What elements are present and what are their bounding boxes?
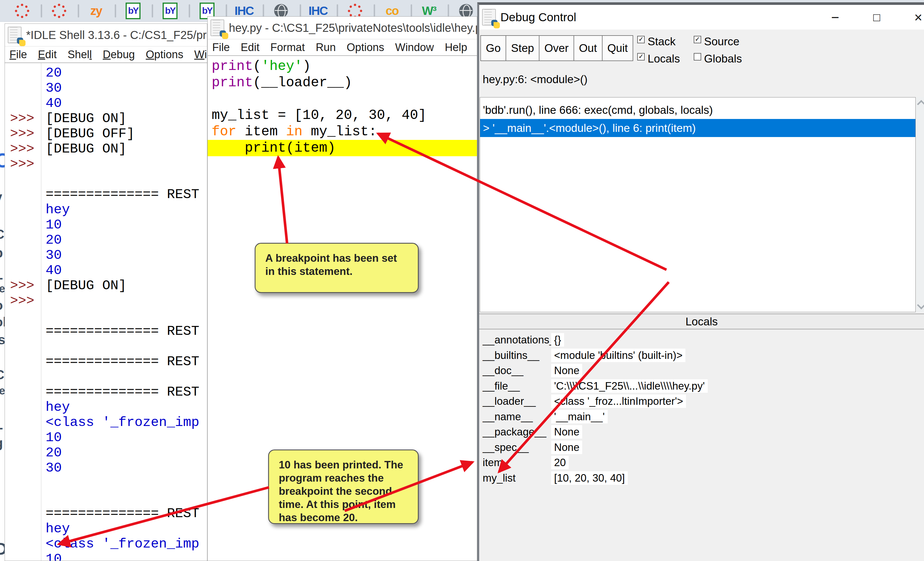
maximize-icon[interactable]: □ xyxy=(864,5,890,30)
shell-line xyxy=(5,308,207,324)
variable-name: my_list xyxy=(483,470,516,486)
background-text-fragment: 's xyxy=(0,332,5,347)
shell-line-text: 10 xyxy=(41,217,62,232)
close-icon[interactable]: × xyxy=(905,5,924,30)
editor-text-area[interactable]: print('hey')print(__loader__)my_list = [… xyxy=(208,56,477,156)
shell-line-text: hey xyxy=(41,521,70,536)
variable-name: __spec__ xyxy=(483,440,528,455)
shell-prompt xyxy=(5,172,41,187)
variable-value[interactable]: 20 xyxy=(551,456,568,469)
stack-frame-row[interactable]: > '__main__'.<module>(), line 6: print(i… xyxy=(480,119,915,137)
debug-control-window: Debug Control −□× GoStepOverOutQuit ✓Sta… xyxy=(477,2,924,561)
shell-line-text: [DEBUG OFF] xyxy=(41,126,135,141)
shell-prompt xyxy=(5,384,41,399)
browser-tab[interactable]: bY xyxy=(153,0,190,22)
menu-item-window[interactable]: Window xyxy=(194,48,207,61)
shell-line-text: [DEBUG ON] xyxy=(41,141,126,157)
stack-scrollbar[interactable] xyxy=(916,97,924,312)
menu-item-run[interactable]: Run xyxy=(316,41,336,54)
background-text-fragment: ol xyxy=(0,314,5,330)
shell-text-area[interactable]: 203040>>>[DEBUG ON]>>>[DEBUG OFF]>>>[DEB… xyxy=(5,63,207,561)
code-token: ( xyxy=(253,58,261,74)
shell-prompt xyxy=(5,354,41,369)
code-line: print('hey') xyxy=(208,58,477,75)
checkbox-source[interactable]: ✓Source xyxy=(694,35,742,48)
menu-item-edit[interactable]: Edit xyxy=(241,41,259,54)
menu-item-edit[interactable]: Edit xyxy=(38,48,57,61)
shell-prompt: >>> xyxy=(5,111,41,126)
menu-item-window[interactable]: Window xyxy=(395,41,434,54)
shell-prompt xyxy=(5,187,41,202)
browser-tab[interactable]: bY xyxy=(116,0,153,22)
menu-item-options[interactable]: Options xyxy=(146,48,183,61)
menu-item-file[interactable]: File xyxy=(212,41,230,54)
checkbox-locals[interactable]: ✓Locals xyxy=(637,52,680,65)
shell-line-text: ============== REST xyxy=(41,324,199,339)
quit-button[interactable]: Quit xyxy=(602,35,633,61)
editor-titlebar[interactable]: hey.py - C:\CS1_F25\privateNotes\tools\i… xyxy=(208,16,477,39)
menu-item-help[interactable]: Help xyxy=(445,41,467,54)
background-text-fragment: D xyxy=(0,539,5,559)
variable-value[interactable]: 'C:\\\\CS1_F25\\...\\idle\\\\hey.py' xyxy=(551,379,708,393)
shell-line: ============== REST xyxy=(5,506,207,521)
stack-viewer[interactable]: 'bdb'.run(), line 666: exec(cmd, globals… xyxy=(480,97,916,312)
checkbox-stack[interactable]: ✓Stack xyxy=(637,35,680,48)
local-variable-row: my_list[10, 20, 30, 40] xyxy=(479,470,924,486)
checkbox-globals[interactable]: Globals xyxy=(694,52,742,65)
shell-line: >>>[DEBUG ON] xyxy=(5,141,207,157)
shell-line: 20 xyxy=(5,445,207,461)
background-text-fragment: re xyxy=(0,283,5,295)
shell-line: 30 xyxy=(5,461,207,476)
shell-menubar: FileEditShellDebugOptionsWindowHelp xyxy=(5,46,207,63)
variable-value[interactable]: [10, 20, 30, 40] xyxy=(551,471,628,485)
debug-window-title: Debug Control xyxy=(500,10,576,24)
shell-line-text: 30 xyxy=(41,461,62,476)
menu-item-options[interactable]: Options xyxy=(347,41,384,54)
checkbox-icon[interactable]: ✓ xyxy=(694,36,701,43)
go-button[interactable]: Go xyxy=(480,35,506,61)
idle-shell-window: *IDLE Shell 3.13.6 - C:/CS1_F25/privateN… xyxy=(4,24,207,561)
shell-line-text xyxy=(41,172,46,187)
scroll-down-icon[interactable] xyxy=(917,301,924,310)
variable-value[interactable]: None xyxy=(551,364,582,377)
menu-item-debug[interactable]: Debug xyxy=(103,48,135,61)
variable-value[interactable]: <module 'builtins' (built-in)> xyxy=(551,349,686,362)
checkbox-icon[interactable] xyxy=(694,53,701,60)
over-button[interactable]: Over xyxy=(539,35,574,61)
checkbox-icon[interactable]: ✓ xyxy=(637,36,645,43)
browser-tab[interactable]: zy xyxy=(79,0,116,22)
local-variable-row: item20 xyxy=(479,455,924,470)
menu-item-shell[interactable]: Shell xyxy=(68,48,92,61)
shell-line-text: ============== REST xyxy=(41,506,199,521)
variable-value[interactable]: None xyxy=(551,425,582,438)
background-text-fragment: g xyxy=(0,435,3,450)
local-variable-row: __name__'__main__' xyxy=(479,409,924,425)
locals-header: Locals xyxy=(479,314,924,329)
step-button[interactable]: Step xyxy=(506,35,539,61)
variable-value[interactable]: '__main__' xyxy=(551,410,608,423)
menu-item-file[interactable]: File xyxy=(9,48,27,61)
variable-name: __builtins__ xyxy=(483,348,539,363)
variable-value[interactable]: <class '_froz...ltinImporter'> xyxy=(551,395,686,408)
globe-icon xyxy=(274,4,288,18)
shell-titlebar[interactable]: *IDLE Shell 3.13.6 - C:/CS1_F25/privateN xyxy=(5,24,207,46)
minimize-icon[interactable]: − xyxy=(822,5,848,30)
scroll-up-icon[interactable] xyxy=(917,100,924,109)
checkbox-icon[interactable]: ✓ xyxy=(637,53,645,60)
stack-frame-row[interactable]: 'bdb'.run(), line 666: exec(cmd, globals… xyxy=(480,101,915,119)
browser-tab[interactable] xyxy=(5,0,42,22)
debug-titlebar[interactable]: Debug Control −□× xyxy=(479,5,924,30)
menu-item-format[interactable]: Format xyxy=(270,41,305,54)
out-button[interactable]: Out xyxy=(573,35,603,61)
canvas-icon xyxy=(52,4,66,18)
browser-tab[interactable] xyxy=(42,0,79,22)
shell-line xyxy=(5,172,207,187)
code-token: ) xyxy=(303,58,311,74)
checkbox-label: Stack xyxy=(648,35,676,48)
shell-window-title: *IDLE Shell 3.13.6 - C:/CS1_F25/privateN xyxy=(26,28,207,42)
shell-line: 30 xyxy=(5,81,207,96)
lab-icon: bY xyxy=(163,3,177,19)
variable-value[interactable]: {} xyxy=(551,333,564,347)
python-icon xyxy=(482,9,496,25)
variable-value[interactable]: None xyxy=(551,441,582,454)
